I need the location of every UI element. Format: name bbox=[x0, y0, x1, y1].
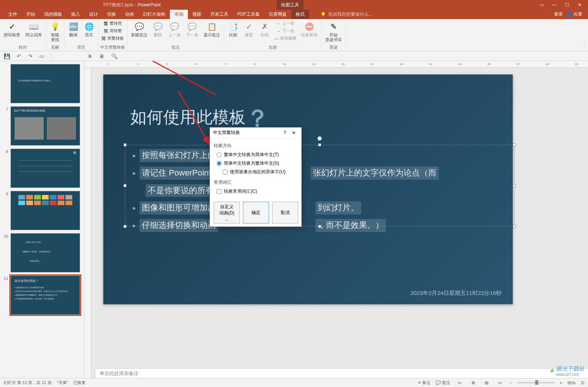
save-icon[interactable]: 💾 bbox=[4, 53, 10, 59]
resize-handle[interactable] bbox=[124, 225, 127, 228]
thumbnail-slide-selected[interactable]: 如何使用此模板？ ▸ 按照每张幻灯片上的说明进行操作 ▸ 请记住 PowerPo… bbox=[10, 275, 80, 315]
reject-button[interactable]: ✗拒绝 bbox=[257, 20, 272, 38]
prev-comment-button[interactable]: 💬上一条 bbox=[166, 20, 183, 38]
tab-design[interactable]: 设计 bbox=[85, 10, 103, 19]
spellcheck-button[interactable]: ✓拼写检查 bbox=[1, 20, 22, 38]
review-pane-button[interactable]: ▭审阅窗格 bbox=[273, 35, 298, 42]
tell-me-search[interactable]: 💡 告诉我您想要做什么... bbox=[309, 11, 554, 18]
sorter-view-icon[interactable]: ⊞ bbox=[469, 380, 477, 386]
dialog-close-icon[interactable]: ✕ bbox=[289, 130, 298, 135]
option-simp-to-trad[interactable]: 简体中文转换为繁体中文(S) bbox=[214, 159, 298, 168]
option-trad-to-simp[interactable]: 繁体中文转换为简体中文(T) bbox=[214, 150, 298, 159]
compare-button[interactable]: 📑比较 bbox=[226, 20, 241, 38]
tab-format[interactable]: 格式 bbox=[291, 10, 309, 19]
next-comment-button[interactable]: 💬下一条 bbox=[184, 20, 201, 38]
tab-my-templates[interactable]: 我的模板 bbox=[40, 10, 67, 19]
ribbon-options-icon[interactable]: ▭ bbox=[539, 2, 544, 7]
thumbnail-item[interactable]: 11 如何使用此模板？ ▸ 按照每张幻灯片上的说明进行操作 ▸ 请记住 Powe… bbox=[0, 274, 84, 316]
language-indicator[interactable]: "天体" bbox=[57, 380, 68, 386]
simp-trad-convert-button[interactable]: 简简繁转换 bbox=[100, 35, 125, 42]
translate-button[interactable]: 🔤翻译 bbox=[66, 20, 81, 38]
resize-handle[interactable] bbox=[124, 184, 127, 187]
zoom-thumb[interactable] bbox=[535, 380, 538, 385]
resize-handle[interactable] bbox=[318, 225, 321, 228]
rotate-handle[interactable] bbox=[317, 136, 322, 141]
thumbnail-slide[interactable] bbox=[10, 191, 80, 230]
tab-file[interactable]: 文件 bbox=[4, 10, 22, 19]
zoom-slider[interactable] bbox=[517, 382, 555, 383]
close-icon[interactable]: ✕ bbox=[577, 2, 582, 7]
thumbnail-slide[interactable]: 🔍 bbox=[10, 149, 80, 188]
dialog-titlebar[interactable]: 中文简繁转换 ? ✕ bbox=[210, 128, 301, 138]
trad-to-simp-button[interactable]: 繁繁转简 bbox=[100, 20, 125, 27]
redo-icon[interactable]: ↷ bbox=[28, 53, 33, 59]
tab-baidu-netdisk[interactable]: 百度网盘 bbox=[264, 10, 291, 19]
zoom-level[interactable]: 95% bbox=[567, 381, 576, 385]
comments-toggle[interactable]: 💬 批注 bbox=[436, 380, 450, 386]
slideshow-view-icon[interactable]: ▭ bbox=[496, 380, 504, 386]
thumbnail-slide[interactable]: 说明文本关于内容。 这里添加一些内容，以便说明内容。 说明或其他。 bbox=[10, 233, 80, 272]
simp-to-trad-button[interactable]: 简简转繁 bbox=[100, 27, 125, 35]
slide-thumbnails-panel[interactable]: 某方面的重要信息或数据等某方面相关。 7 选择下面的视觉效果的标题 8 🔍 9 bbox=[0, 61, 85, 378]
accept-button[interactable]: ✓接受 bbox=[241, 20, 256, 38]
arrow-right-icon: → bbox=[276, 28, 281, 34]
tab-slideshow[interactable]: 幻灯片放映 bbox=[138, 10, 170, 19]
new-comment-button[interactable]: 💬新建批注 bbox=[129, 20, 150, 38]
thumbnail-item[interactable]: 8 🔍 bbox=[0, 147, 84, 189]
tab-pdf-tools[interactable]: PDF工具集 bbox=[233, 10, 264, 19]
fit-to-window-icon[interactable]: ⊡ bbox=[581, 380, 584, 385]
undo-icon[interactable]: ↶ bbox=[17, 53, 21, 59]
tab-insert[interactable]: 插入 bbox=[67, 10, 85, 19]
tab-home[interactable]: 开始 bbox=[22, 10, 40, 19]
option-variant-chars[interactable]: 使用港澳台地区的异体字(U) bbox=[214, 168, 298, 176]
resize-handle[interactable] bbox=[513, 225, 516, 228]
resize-handle[interactable] bbox=[513, 143, 516, 146]
thesaurus-button[interactable]: 📖同义词库 bbox=[23, 20, 44, 38]
slide-canvas[interactable]: 如何使用此模板？ ▸按照每张幻灯片上的 ▸请记住 PowerPoint张幻灯片上… bbox=[103, 74, 513, 304]
zoom-out-icon[interactable]: − bbox=[509, 381, 512, 385]
smart-lookup-button[interactable]: 💡智能 查找 bbox=[48, 20, 63, 43]
thumbnail-slide[interactable]: 选择下面的视觉效果的标题 bbox=[10, 106, 80, 146]
resize-handle[interactable] bbox=[124, 143, 127, 146]
notes-toggle[interactable]: ≐ 备注 bbox=[418, 380, 430, 386]
minimize-icon[interactable]: — bbox=[552, 2, 557, 7]
resize-handle[interactable] bbox=[513, 184, 516, 187]
normal-view-icon[interactable]: ▭ bbox=[456, 380, 464, 386]
reading-view-icon[interactable]: ▤ bbox=[482, 380, 491, 386]
ok-button[interactable]: 确定 bbox=[243, 202, 269, 223]
maximize-icon[interactable]: ☐ bbox=[564, 2, 570, 7]
screen-icon[interactable]: 🖥 bbox=[99, 53, 104, 59]
thumbnail-slide[interactable]: 某方面的重要信息或数据等某方面相关。 bbox=[10, 64, 80, 103]
share-button[interactable]: 👤 共享 bbox=[567, 11, 582, 18]
thumbnail-item[interactable]: 9 bbox=[0, 189, 84, 232]
cancel-button[interactable]: 取消 bbox=[272, 202, 298, 223]
collapse-ribbon-icon[interactable]: ˆ bbox=[584, 45, 585, 49]
thumbnail-item[interactable]: 某方面的重要信息或数据等某方面相关。 bbox=[0, 63, 84, 105]
option-common-vocab[interactable]: 转换常用词汇(C) bbox=[214, 187, 298, 196]
dialog-help-icon[interactable]: ? bbox=[280, 130, 289, 135]
prev-change-button[interactable]: ←上一处 bbox=[273, 20, 298, 27]
resize-handle[interactable] bbox=[318, 143, 321, 146]
tab-transitions[interactable]: 切换 bbox=[103, 10, 121, 19]
tab-developer[interactable]: 开发工具 bbox=[206, 10, 233, 19]
watermark: ✦ 极光下载站 www.xz7.com bbox=[548, 365, 584, 377]
start-from-beginning-icon[interactable]: ▭ bbox=[39, 53, 44, 59]
thumbnail-item[interactable]: 10 说明文本关于内容。 这里添加一些内容，以便说明内容。 说明或其他。 bbox=[0, 232, 84, 274]
start-ink-button[interactable]: ✎开始 墨迹书写 bbox=[323, 20, 344, 43]
next-change-button[interactable]: →下一处 bbox=[273, 27, 298, 35]
zoom-in-icon[interactable]: + bbox=[560, 381, 562, 385]
tab-view[interactable]: 视图 bbox=[188, 10, 206, 19]
mouse-mode-icon[interactable]: 🖱 bbox=[87, 53, 92, 59]
tab-review[interactable]: 审阅 bbox=[170, 10, 188, 19]
end-review-button[interactable]: ⛔结束审阅 bbox=[299, 20, 320, 38]
delete-comment-button[interactable]: 💬删除 bbox=[150, 20, 165, 38]
language-button[interactable]: 🌐语言 bbox=[82, 20, 97, 38]
tab-animations[interactable]: 动画 bbox=[121, 10, 138, 19]
login-button[interactable]: 登录 bbox=[554, 11, 563, 18]
thumbnail-item[interactable]: 7 选择下面的视觉效果的标题 bbox=[0, 105, 84, 147]
notes-placeholder[interactable]: 单击此处添加备注 bbox=[96, 368, 588, 378]
show-comments-button[interactable]: 📋显示批注 bbox=[201, 20, 222, 38]
content-textbox[interactable]: ▸按照每张幻灯片上的 ▸请记住 PowerPoint张幻灯片上的文字仅作为论点（… bbox=[125, 145, 514, 226]
search-slide-icon[interactable]: 🔍 bbox=[111, 53, 118, 59]
custom-dictionary-button[interactable]: 自定义词典(D) ... bbox=[214, 202, 240, 223]
